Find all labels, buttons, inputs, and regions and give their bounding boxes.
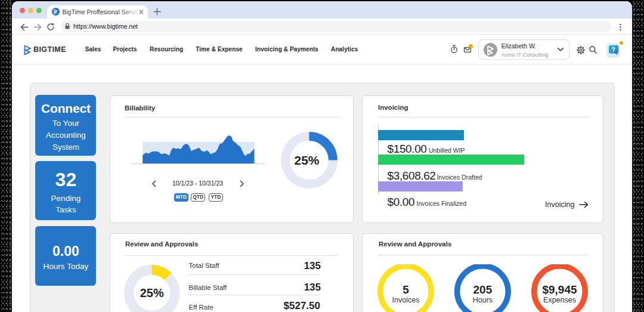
svg-text:Invoices: Invoices (392, 296, 420, 304)
svg-text:25%: 25% (140, 286, 164, 299)
svg-text:205: 205 (473, 283, 493, 296)
svg-text:?: ? (611, 45, 615, 52)
svg-text:25%: 25% (294, 153, 319, 167)
svg-text:5: 5 (402, 283, 409, 296)
svg-text:$9,945: $9,945 (542, 283, 577, 296)
svg-text:Expenses: Expenses (543, 296, 576, 304)
svg-text:Hours: Hours (473, 296, 493, 304)
